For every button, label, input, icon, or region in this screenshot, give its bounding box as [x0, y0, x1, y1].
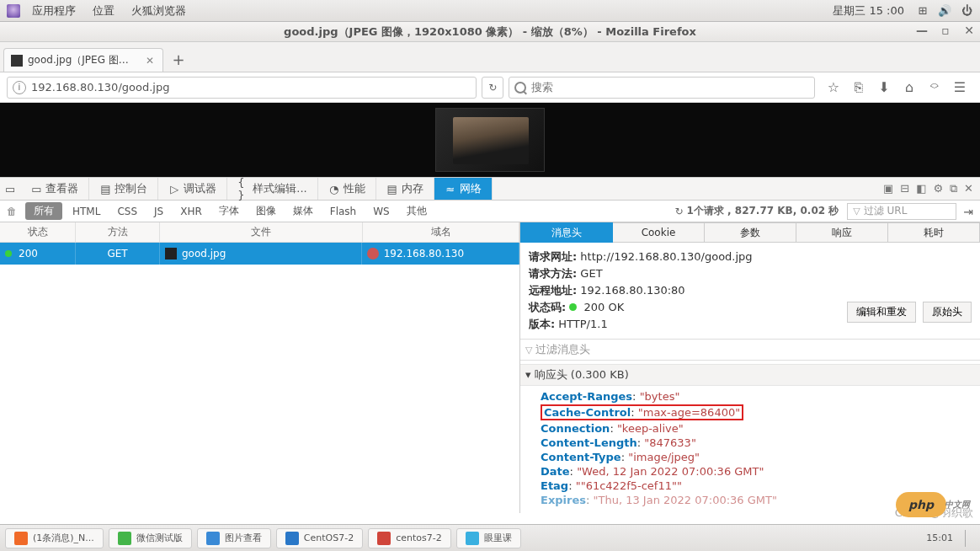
- terminal-icon: [377, 532, 391, 545]
- tab-debugger[interactable]: ▷调试器: [158, 178, 227, 200]
- gnome-top-panel: 应用程序 位置 火狐浏览器 星期三 15 :00 ⊞ 🔊 ⏻: [0, 0, 980, 22]
- url-input[interactable]: [31, 81, 471, 94]
- detail-tab-params[interactable]: 参数: [705, 222, 796, 243]
- url-filter-input[interactable]: ▽ 过滤 URL: [847, 203, 956, 220]
- network-icon[interactable]: ⊞: [916, 4, 929, 18]
- filter-flash[interactable]: Flash: [322, 204, 365, 219]
- tab-console[interactable]: ▤控制台: [89, 178, 158, 200]
- devtools-sidebar-icon[interactable]: ◧: [916, 182, 926, 195]
- header-content-length: Content-Length: "847633": [529, 436, 972, 450]
- site-info-icon[interactable]: i: [13, 81, 26, 94]
- col-method[interactable]: 方法: [76, 222, 160, 242]
- filter-html[interactable]: HTML: [64, 204, 109, 219]
- url-box[interactable]: i: [7, 77, 477, 99]
- tab-close-icon[interactable]: ✕: [146, 55, 154, 67]
- devtools-responsive-icon[interactable]: ▣: [883, 182, 893, 195]
- bookmark-star-icon[interactable]: ☆: [825, 79, 842, 96]
- clock-top[interactable]: 星期三 15 :00: [833, 3, 904, 19]
- bottom-clock[interactable]: 15:01: [926, 532, 953, 543]
- show-desktop-icon[interactable]: [965, 530, 975, 547]
- devtools-settings-icon[interactable]: ⚙: [933, 182, 943, 195]
- inspector-icon: ▭: [30, 183, 42, 195]
- menu-places[interactable]: 位置: [84, 3, 123, 19]
- self-link-icon[interactable]: ⎘: [850, 79, 867, 96]
- app-icon: [466, 532, 479, 545]
- volume-icon[interactable]: 🔊: [938, 4, 951, 18]
- tab-style-editor[interactable]: { }样式编辑...: [227, 178, 317, 200]
- response-headers-section[interactable]: ▾ 响应头 (0.300 KB): [520, 364, 980, 386]
- filter-fonts[interactable]: 字体: [210, 202, 248, 220]
- clear-requests-icon[interactable]: 🗑: [0, 206, 24, 217]
- tab-strip: good.jpg（JPEG 图像... ✕ +: [0, 42, 980, 72]
- filter-other[interactable]: 其他: [398, 202, 435, 220]
- image-preview[interactable]: [435, 108, 545, 172]
- close-button[interactable]: ✕: [963, 24, 975, 36]
- taskbar-item[interactable]: 眼里课: [456, 528, 521, 548]
- header-etag: Etag: ""61c422f5-cef11"": [529, 479, 972, 493]
- request-list-header: 状态 方法 文件 域名: [0, 222, 519, 243]
- hamburger-menu-icon[interactable]: ☰: [951, 79, 968, 96]
- search-box[interactable]: [509, 77, 815, 99]
- devtools-dock-icon[interactable]: ▭: [0, 183, 20, 195]
- taskbar-item[interactable]: centos7-2: [368, 528, 451, 548]
- tab-memory[interactable]: ▤内存: [376, 178, 434, 200]
- pocket-icon[interactable]: ⌔: [926, 79, 943, 96]
- filter-js[interactable]: JS: [146, 204, 172, 219]
- header-content-type: Content-Type: "image/jpeg": [529, 450, 972, 464]
- menu-applications[interactable]: 应用程序: [24, 3, 84, 19]
- filter-headers-input[interactable]: ▽ 过滤消息头: [520, 339, 980, 361]
- taskbar-item[interactable]: 图片查看: [197, 528, 271, 548]
- devtools-popout-icon[interactable]: ⧉: [950, 182, 957, 195]
- request-row[interactable]: 200 GET good.jpg 192.168.80.130: [0, 243, 519, 265]
- devtools-close-icon[interactable]: ✕: [964, 182, 973, 195]
- minimize-button[interactable]: —: [916, 24, 928, 36]
- downloads-icon[interactable]: ⬇: [876, 79, 892, 96]
- tab-inspector[interactable]: ▭查看器: [20, 178, 89, 200]
- taskbar-item[interactable]: (1条消息)_N...: [5, 528, 104, 548]
- status-dot-icon: [569, 303, 577, 311]
- col-status[interactable]: 状态: [0, 222, 76, 242]
- browser-tab[interactable]: good.jpg（JPEG 图像... ✕: [3, 48, 163, 72]
- filter-xhr[interactable]: XHR: [172, 204, 210, 219]
- http-version-label: 版本:: [529, 318, 555, 330]
- reload-button[interactable]: ↻: [482, 77, 503, 99]
- detail-tab-response[interactable]: 响应: [796, 222, 888, 243]
- php-badge: 中文网php: [896, 492, 946, 517]
- chrome-icon: [14, 532, 28, 545]
- devtools: ▭ ▭查看器 ▤控制台 ▷调试器 { }样式编辑... ◔性能 ▤内存 ≈网络 …: [0, 177, 980, 513]
- request-details: 消息头 Cookie 参数 响应 耗时 请求网址: http://192.168…: [520, 222, 980, 513]
- header-connection: Connection: "keep-alive": [529, 421, 972, 436]
- new-tab-button[interactable]: +: [168, 50, 189, 68]
- console-icon: ▤: [99, 183, 111, 195]
- filter-media[interactable]: 媒体: [285, 202, 322, 220]
- network-filter-bar: 🗑 所有 HTML CSS JS XHR 字体 图像 媒体 Flash WS 其…: [0, 201, 980, 222]
- edit-resend-button[interactable]: 编辑和重发: [847, 302, 916, 323]
- maximize-button[interactable]: ▫: [940, 24, 951, 36]
- raw-headers-button[interactable]: 原始头: [923, 302, 972, 323]
- tab-network[interactable]: ≈网络: [434, 178, 493, 200]
- detail-tab-headers[interactable]: 消息头: [520, 222, 613, 243]
- request-method-label: 请求方法:: [529, 267, 577, 280]
- filter-ws[interactable]: WS: [365, 204, 397, 219]
- search-input[interactable]: [531, 81, 809, 94]
- filter-all[interactable]: 所有: [25, 202, 62, 220]
- menu-firefox[interactable]: 火狐浏览器: [123, 3, 194, 19]
- detail-tab-cookies[interactable]: Cookie: [613, 222, 705, 243]
- taskbar-item[interactable]: CentOS7-2: [276, 528, 363, 548]
- expand-details-icon[interactable]: ⇥: [956, 205, 980, 218]
- filter-images[interactable]: 图像: [248, 202, 285, 220]
- window-title: good.jpg（JPEG 图像，1920x1080 像素） - 缩放（8%） …: [284, 24, 696, 40]
- image-viewer-icon: [206, 532, 220, 545]
- home-icon[interactable]: ⌂: [901, 79, 918, 96]
- debugger-icon: ▷: [168, 183, 180, 195]
- filter-css[interactable]: CSS: [109, 204, 146, 219]
- detail-tab-timings[interactable]: 耗时: [888, 222, 980, 243]
- col-file[interactable]: 文件: [160, 222, 363, 242]
- summary-reload-icon[interactable]: ↻: [674, 206, 683, 217]
- tab-performance[interactable]: ◔性能: [318, 178, 376, 200]
- power-icon[interactable]: ⏻: [960, 4, 973, 18]
- col-domain[interactable]: 域名: [363, 222, 519, 242]
- memory-icon: ▤: [386, 183, 398, 195]
- devtools-split-icon[interactable]: ⊟: [900, 182, 909, 195]
- taskbar-item[interactable]: 微信测试版: [109, 528, 192, 548]
